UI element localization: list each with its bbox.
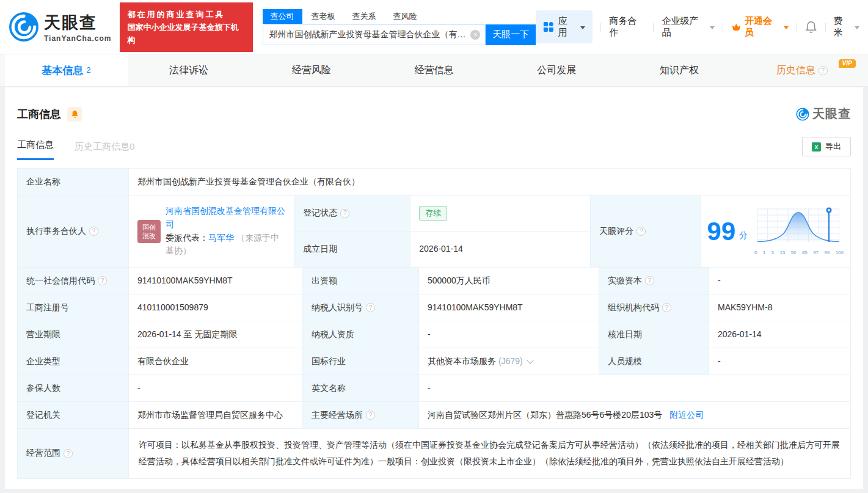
section-title: 工商信息 [17, 107, 61, 122]
help-icon[interactable] [662, 303, 671, 312]
table-row: 登记机关 郑州市市场监督管理局自贸区服务中心 主要经营场所 河南自贸试验区郑州片… [18, 402, 851, 429]
search-button[interactable]: 天眼一下 [486, 24, 536, 45]
help-icon[interactable] [64, 449, 73, 458]
search-tab-boss[interactable]: 查老板 [304, 9, 343, 24]
search-box: 查公司 查老板 查关系 查风险 天眼一下 [263, 9, 536, 45]
help-icon[interactable] [340, 209, 349, 218]
field-value: 郑州市市场监督管理局自贸区服务中心 [129, 402, 303, 429]
tianyancha-watermark: 天眼查 [796, 106, 851, 122]
site-header: 天眼查 TianYanCha.com 都在用的商业查询工具 国家中小企业发展子基… [0, 0, 868, 54]
tianyancha-logo-icon [9, 12, 39, 42]
table-row: 统一社会信用代码 91410100MAK59YHM8T 出资额 500000万人… [18, 268, 851, 294]
crown-icon [731, 22, 742, 32]
tab-count: 2 [86, 65, 90, 75]
field-label: 营业期限 [18, 321, 129, 348]
subscribe-bell-button[interactable] [67, 107, 82, 122]
delegate-name-link[interactable]: 马军华 [208, 233, 234, 243]
delegate-label: 委派代表： [166, 233, 208, 243]
field-label: 纳税人识别号 [303, 294, 419, 321]
chevron-down-icon[interactable] [527, 357, 533, 363]
apps-grid-icon [543, 21, 554, 32]
field-label: 参保人数 [18, 375, 129, 402]
field-value: - [709, 268, 851, 294]
bell-curve-chart [754, 205, 844, 244]
search-tabs: 查公司 查老板 查关系 查风险 [263, 9, 536, 24]
field-label: 企业类型 [18, 348, 129, 375]
help-icon[interactable] [636, 227, 646, 236]
tab-operation-risk[interactable]: 经营风险 [250, 54, 373, 86]
score-unit: 分 [739, 229, 748, 243]
tab-operation-info[interactable]: 经营信息 [373, 54, 495, 86]
search-tab-relation[interactable]: 查关系 [345, 9, 384, 24]
search-input[interactable] [263, 25, 486, 45]
field-value: 有限合伙企业 [129, 348, 303, 375]
promo-banner: 都在用的商业查询工具 国家中小企业发展子基金旗下机构 [120, 2, 252, 52]
menu-vip-upgrade[interactable]: 开通会员 [731, 15, 789, 38]
field-label: 成立日期 [294, 232, 410, 268]
tab-history-info[interactable]: VIP 历史信息 [740, 54, 863, 86]
field-value: 2026-01-14 [709, 321, 851, 348]
field-value: - [419, 375, 851, 402]
executive-partner-cell: 国创 混改 河南省国创混改基金管理有限公司 委派代表：马军华 （来源于中基协） [129, 195, 294, 268]
field-value: 2026-01-14 [410, 232, 591, 268]
chevron-down-icon [784, 26, 789, 29]
field-value: 500000万人民币 [419, 268, 599, 294]
score-chart-ticks: 0131550859799100 [754, 249, 844, 257]
help-icon[interactable] [366, 411, 375, 420]
status-badge: 存续 [419, 206, 447, 221]
tianyan-score-cell: 99 分 [701, 195, 851, 268]
field-label: 经营范围 [18, 429, 129, 479]
help-icon[interactable] [819, 66, 828, 75]
table-row: 企业名称 郑州市国创战新产业投资母基金管理合伙企业（有限合伙） [18, 169, 851, 195]
apps-label: 应用 [558, 15, 576, 38]
logo-domain: TianYanCha.com [44, 34, 111, 43]
clear-search-icon[interactable] [470, 30, 480, 40]
address-value: 河南自贸试验区郑州片区（郑东）普惠路56号6号楼20层103号 附近公司 [419, 402, 851, 429]
site-logo[interactable]: 天眼查 TianYanCha.com [9, 12, 111, 43]
help-icon[interactable] [89, 227, 98, 236]
tab-basic-info[interactable]: 基本信息 2 [5, 54, 128, 86]
field-label: 国标行业 [303, 348, 419, 375]
company-name-value: 郑州市国创战新产业投资母基金管理合伙企业（有限合伙） [129, 169, 851, 195]
field-label: 实缴资本 [599, 268, 709, 294]
user-menu[interactable]: 费米 [834, 15, 859, 38]
subtab-history-business-info[interactable]: 历史工商信息0 [75, 141, 134, 160]
field-label: 出资额 [303, 268, 419, 294]
help-icon[interactable] [645, 276, 654, 285]
export-button[interactable]: 导出 [802, 137, 851, 156]
chevron-down-icon [710, 26, 715, 29]
logo-title: 天眼查 [44, 12, 111, 34]
tab-legal-litigation[interactable]: 法律诉讼 [128, 54, 250, 86]
help-icon[interactable] [366, 303, 375, 312]
field-label: 核准日期 [599, 321, 709, 348]
field-label: 工商注册号 [18, 294, 129, 321]
subtab-business-info[interactable]: 工商信息 [17, 139, 54, 160]
business-info-table: 企业名称 郑州市国创战新产业投资母基金管理合伙企业（有限合伙） 执行事务合伙人 … [17, 168, 851, 479]
nearby-companies-link[interactable]: 附近公司 [669, 409, 704, 422]
tab-company-development[interactable]: 公司发展 [495, 54, 618, 86]
menu-business-cooperation[interactable]: 商务合作 [609, 15, 645, 38]
partner-company-link[interactable]: 河南省国创混改基金管理有限公司 [166, 206, 285, 229]
field-label: 英文名称 [303, 375, 419, 402]
menu-enterprise-products[interactable]: 企业级产品 [662, 15, 715, 38]
table-row: 工商注册号 410110001509879 纳税人识别号 91410100MAK… [18, 294, 851, 321]
tab-intellectual-property[interactable]: 知识产权 [618, 54, 741, 86]
header-menu: 应用 商务合作 企业级产品 开通会员 [536, 10, 859, 43]
field-label: 天眼评分 [591, 195, 701, 268]
apps-menu[interactable]: 应用 [536, 10, 593, 43]
company-nav-tabs: 基本信息 2 法律诉讼 经营风险 经营信息 公司发展 知识产权 VIP 历史信息 [0, 54, 868, 87]
excel-icon [812, 142, 821, 152]
field-label: 组织机构代码 [599, 294, 709, 321]
table-row: 营业期限 2026-01-14 至 无固定期限 纳税人资质 - 核准日期 202… [18, 321, 851, 348]
score-value: 99 [707, 219, 735, 244]
notification-bell-icon[interactable] [805, 20, 817, 34]
business-info-card: 工商信息 天眼查 工商信息 历史工商信息0 导出 [5, 87, 863, 489]
field-value: 2026-01-14 至 无固定期限 [129, 321, 303, 348]
search-tab-company[interactable]: 查公司 [263, 9, 302, 24]
search-tab-risk[interactable]: 查风险 [385, 9, 425, 24]
table-row: 企业类型 有限合伙企业 国标行业 其他资本市场服务 (J679) 人员规模 - [18, 348, 851, 375]
tianyancha-logo-icon [796, 108, 809, 121]
field-label: 统一社会信用代码 [18, 268, 129, 294]
help-icon[interactable] [98, 276, 107, 285]
field-label: 执行事务合伙人 [18, 195, 129, 268]
